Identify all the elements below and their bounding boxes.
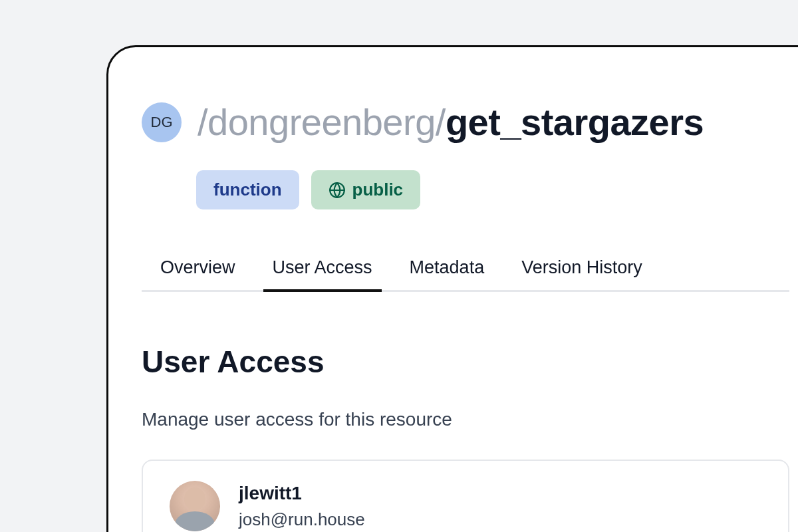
path-owner[interactable]: dongreenberg xyxy=(207,101,436,143)
owner-initials: DG xyxy=(151,114,173,131)
globe-icon xyxy=(329,182,346,199)
resource-card: DG /dongreenberg/get_stargazers function… xyxy=(106,45,798,532)
path-slash-1: / xyxy=(198,101,207,143)
tab-user-access[interactable]: User Access xyxy=(273,257,372,290)
path-resource[interactable]: get_stargazers xyxy=(446,101,704,143)
user-info: jlewitt1 josh@run.house xyxy=(239,483,365,530)
tab-bar: Overview User Access Metadata Version Hi… xyxy=(142,257,789,292)
user-username: jlewitt1 xyxy=(239,483,365,504)
path-slash-2: / xyxy=(436,101,446,143)
section-title: User Access xyxy=(142,344,789,380)
tab-metadata[interactable]: Metadata xyxy=(410,257,485,290)
header-row: DG /dongreenberg/get_stargazers xyxy=(142,100,789,144)
user-avatar xyxy=(170,481,220,531)
tab-overview[interactable]: Overview xyxy=(160,257,235,290)
user-access-row[interactable]: jlewitt1 josh@run.house xyxy=(142,460,789,532)
visibility-badge-label: public xyxy=(352,180,404,200)
type-badge-label: function xyxy=(213,180,282,200)
badge-row: function public xyxy=(196,170,789,209)
visibility-badge: public xyxy=(311,170,421,209)
tab-version-history[interactable]: Version History xyxy=(521,257,642,290)
type-badge: function xyxy=(196,170,299,209)
owner-avatar[interactable]: DG xyxy=(142,102,182,142)
section-description: Manage user access for this resource xyxy=(142,409,789,430)
resource-path: /dongreenberg/get_stargazers xyxy=(198,100,704,144)
user-email: josh@run.house xyxy=(239,509,365,530)
